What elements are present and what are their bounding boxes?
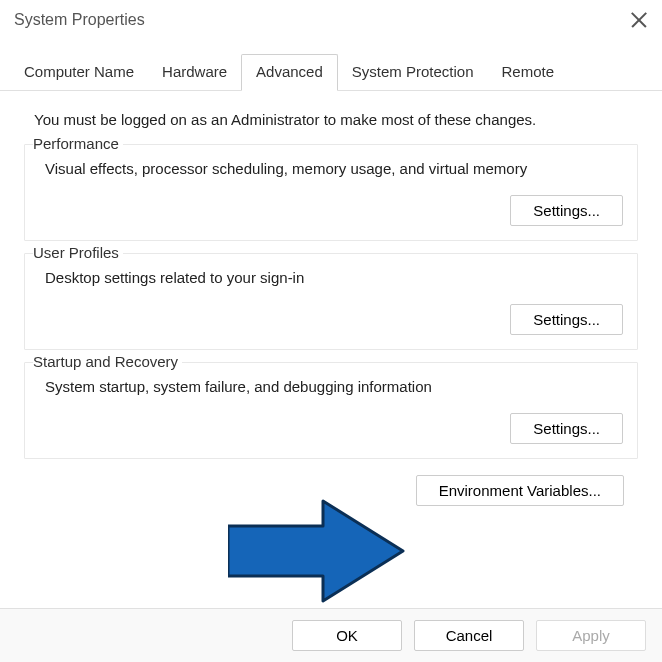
section-startup-recovery: Startup and Recovery System startup, sys… xyxy=(24,362,638,459)
tabs-row: Computer Name Hardware Advanced System P… xyxy=(0,54,662,91)
section-startup-desc: System startup, system failure, and debu… xyxy=(39,378,623,395)
section-performance-title: Performance xyxy=(33,135,123,152)
tab-computer-name[interactable]: Computer Name xyxy=(10,55,148,90)
section-user-profiles-title: User Profiles xyxy=(33,244,123,261)
env-variables-row: Environment Variables... xyxy=(24,471,638,516)
section-user-profiles: User Profiles Desktop settings related t… xyxy=(24,253,638,350)
section-performance: Performance Visual effects, processor sc… xyxy=(24,144,638,241)
titlebar: System Properties xyxy=(0,0,662,40)
dialog-footer: OK Cancel Apply xyxy=(0,608,662,662)
close-icon[interactable] xyxy=(630,11,648,29)
tab-remote[interactable]: Remote xyxy=(488,55,569,90)
section-startup-title: Startup and Recovery xyxy=(33,353,182,370)
svg-marker-0 xyxy=(228,501,403,601)
apply-button[interactable]: Apply xyxy=(536,620,646,651)
user-profiles-settings-button[interactable]: Settings... xyxy=(510,304,623,335)
ok-button[interactable]: OK xyxy=(292,620,402,651)
startup-settings-button[interactable]: Settings... xyxy=(510,413,623,444)
environment-variables-button[interactable]: Environment Variables... xyxy=(416,475,624,506)
tab-content: You must be logged on as an Administrato… xyxy=(0,91,662,516)
window-title: System Properties xyxy=(14,11,145,29)
section-performance-desc: Visual effects, processor scheduling, me… xyxy=(39,160,623,177)
tab-hardware[interactable]: Hardware xyxy=(148,55,241,90)
performance-settings-button[interactable]: Settings... xyxy=(510,195,623,226)
cancel-button[interactable]: Cancel xyxy=(414,620,524,651)
tab-advanced[interactable]: Advanced xyxy=(241,54,338,91)
section-user-profiles-desc: Desktop settings related to your sign-in xyxy=(39,269,623,286)
admin-notice: You must be logged on as an Administrato… xyxy=(24,111,638,128)
tab-system-protection[interactable]: System Protection xyxy=(338,55,488,90)
